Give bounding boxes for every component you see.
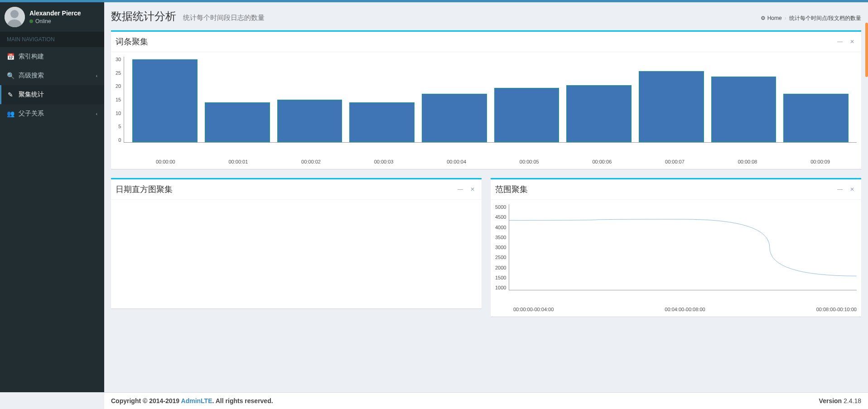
users-icon: 👥 [7,110,14,117]
box2-title: 日期直方图聚集 [116,184,173,195]
page-subtitle: 统计每个时间段日志的数量 [183,14,265,21]
x-tick: 00:00:08 [711,156,784,164]
box-date-histogram: 日期直方图聚集 — ✕ [111,178,482,308]
status-dot-icon [29,19,33,23]
breadcrumb-current: 统计每个时间点/段文档的数量 [789,14,861,22]
bar[interactable] [422,94,487,142]
bar-chart: 302520151050 00:00:0000:00:0100:00:0200:… [116,57,857,164]
box-terms-agg: 词条聚集 — ✕ 302520151050 00:00:0000:0 [111,30,861,169]
bar-wrap [708,57,780,142]
close-button[interactable]: ✕ [848,38,857,46]
bar[interactable] [132,59,198,142]
bar[interactable] [711,77,776,142]
bar-wrap [780,57,852,142]
bar[interactable] [639,71,704,143]
bar-wrap [129,57,201,142]
bar-wrap [491,57,563,142]
empty-chart-body [111,200,482,308]
x-tick: 00:04:00-00:08:00 [665,307,705,312]
bar[interactable] [494,88,559,142]
collapse-button[interactable]: — [835,185,845,193]
line-path [509,219,857,276]
footer-copyright-prefix: Copyright © 2014-2019 [111,397,181,404]
x-tick: 00:00:05 [493,156,566,164]
collapse-button[interactable]: — [455,185,465,193]
x-tick: 00:00:01 [202,156,275,164]
bar[interactable] [349,102,415,142]
y-tick: 10 [116,111,121,116]
content-header: 数据统计分析 统计每个时间段日志的数量 ⚙ Home › 统计每个时间点/段文档… [104,2,868,30]
close-icon: ✕ [850,186,854,192]
edit-icon: ✎ [7,91,14,98]
footer-version: Version 2.4.18 [819,397,861,404]
sidebar-item-2[interactable]: ✎聚集统计 [0,85,104,104]
bar-wrap [635,57,708,142]
bar[interactable] [277,100,342,143]
user-panel: Alexander Pierce Online [0,2,104,32]
x-tick: 00:00:09 [784,156,857,164]
y-tick: 15 [116,97,121,102]
chevron-left-icon: ‹ [96,73,97,78]
sidebar-item-3[interactable]: 👥父子关系‹ [0,104,104,123]
close-icon: ✕ [470,186,475,192]
page-title-text: 数据统计分析 [111,10,176,22]
breadcrumb-home[interactable]: ⚙ Home [761,15,782,21]
bar[interactable] [205,102,270,142]
user-status: Online [29,18,81,24]
box1-title: 词条聚集 [116,36,148,47]
avatar [5,7,25,27]
close-icon: ✕ [850,38,854,45]
sidebar-item-1[interactable]: 🔍高级搜索‹ [0,66,104,85]
breadcrumb-home-label: Home [767,15,782,21]
minus-icon: — [458,186,463,192]
user-name: Alexander Pierce [29,10,81,17]
breadcrumb-sep: › [785,15,786,21]
bar-wrap [563,57,635,142]
calendar-icon: 📅 [7,53,14,60]
sidebar: Alexander Pierce Online MAIN NAVIGATION … [0,2,104,392]
x-tick: 00:00:00 [129,156,202,164]
footer-brand-link[interactable]: AdminLTE [181,397,212,404]
y-tick: 3000 [495,245,506,250]
line-chart: 500045004000350030002500200015001000 00:… [495,204,857,312]
y-tick: 1000 [495,285,506,290]
bar[interactable] [783,94,849,142]
chevron-left-icon: ‹ [96,111,97,116]
bar-wrap [418,57,491,142]
footer-copyright: Copyright © 2014-2019 AdminLTE. All righ… [111,397,273,404]
sidebar-item-label: 聚集统计 [19,91,44,99]
bar-wrap [274,57,346,142]
sidebar-item-label: 索引构建 [19,53,44,61]
box3-title: 范围聚集 [495,184,528,195]
y-tick: 20 [116,83,121,89]
collapse-button[interactable]: — [835,38,845,46]
y-tick: 0 [118,137,121,143]
minus-icon: — [837,186,843,192]
close-button[interactable]: ✕ [468,185,477,193]
sidebar-item-label: 高级搜索 [19,72,44,80]
close-button[interactable]: ✕ [848,185,857,193]
x-tick: 00:00:02 [275,156,347,164]
scrollbar[interactable] [865,23,868,77]
content-wrapper: 数据统计分析 统计每个时间段日志的数量 ⚙ Home › 统计每个时间点/段文档… [104,2,868,392]
x-tick: 00:00:07 [638,156,711,164]
y-tick: 5000 [495,204,506,210]
bar-wrap [346,57,418,142]
page-title: 数据统计分析 统计每个时间段日志的数量 [111,9,265,24]
bar[interactable] [566,85,632,142]
sidebar-item-label: 父子关系 [19,110,44,118]
y-tick: 4500 [495,214,506,220]
search-icon: 🔍 [7,72,14,79]
x-tick: 00:00:00-00:04:00 [513,307,554,312]
sidebar-item-0[interactable]: 📅索引构建 [0,47,104,66]
svg-point-1 [10,10,19,18]
footer-version-label: Version [819,397,842,404]
minus-icon: — [837,38,843,45]
dashboard-icon: ⚙ [761,15,766,21]
x-tick: 00:08:00-00:10:00 [816,307,857,312]
y-tick: 4000 [495,225,506,230]
y-tick: 1500 [495,275,506,280]
nav-header: MAIN NAVIGATION [0,32,104,47]
x-tick: 00:00:04 [420,156,493,164]
breadcrumb: ⚙ Home › 统计每个时间点/段文档的数量 [761,14,861,22]
